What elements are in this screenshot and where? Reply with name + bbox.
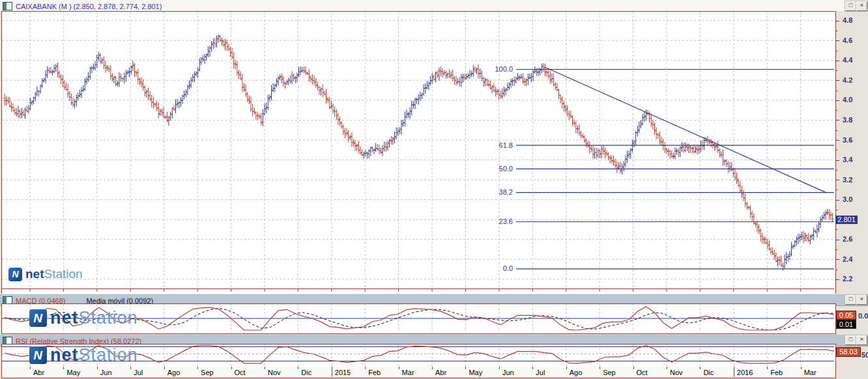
rsi-chart[interactable]: N netStation bbox=[1, 344, 836, 368]
price-axis-tick bbox=[835, 100, 839, 101]
time-axis-label: May bbox=[469, 369, 482, 376]
time-axis-label: 2015 bbox=[335, 369, 351, 376]
time-axis-label: May bbox=[66, 369, 80, 376]
time-axis-label: Jul bbox=[134, 369, 143, 376]
time-axis-label: Oct bbox=[235, 369, 246, 376]
price-axis-label: 2.6 bbox=[843, 235, 852, 243]
fib-level-label: 0.0 bbox=[503, 264, 513, 272]
month-tick bbox=[499, 367, 500, 369]
time-axis-label: Mar bbox=[402, 369, 414, 376]
time-axis-label: Abr bbox=[33, 369, 44, 376]
price-axis-tick bbox=[835, 91, 837, 91]
fib-level-label: 50.0 bbox=[499, 165, 513, 173]
rsi-chart-canvas bbox=[2, 344, 834, 366]
time-axis: AbrMayJunJulAgoSepOctNovDic2015FebMarAbr… bbox=[1, 367, 836, 378]
month-tick bbox=[97, 367, 98, 369]
time-axis-label: Abr bbox=[435, 369, 446, 376]
month-tick bbox=[365, 367, 366, 369]
price-axis-label: 2.4 bbox=[843, 255, 852, 263]
price-axis-tick bbox=[835, 31, 837, 31]
month-tick bbox=[667, 367, 667, 369]
month-tick bbox=[30, 367, 31, 369]
time-axis-label: Dic bbox=[703, 369, 714, 376]
time-axis-label: Nov bbox=[268, 369, 281, 376]
price-grid bbox=[2, 12, 834, 288]
time-axis-label: Dic bbox=[301, 369, 311, 376]
price-axis-label: 4.8 bbox=[843, 16, 852, 24]
price-axis-label: 4.2 bbox=[843, 76, 852, 84]
ohlc-bars-down bbox=[3, 35, 834, 271]
month-tick bbox=[801, 367, 802, 369]
month-tick bbox=[532, 367, 533, 369]
price-axis-tick bbox=[835, 170, 837, 171]
close-button-macd[interactable]: × bbox=[856, 295, 867, 305]
month-tick bbox=[465, 367, 466, 369]
rsi-line bbox=[5, 346, 834, 363]
price-axis-label: 3.6 bbox=[843, 136, 852, 144]
price-axis-tick bbox=[835, 120, 839, 120]
last-price-badge: 2.801 bbox=[835, 216, 858, 224]
price-axis-tick bbox=[835, 240, 839, 240]
price-axis-tick bbox=[835, 61, 839, 61]
year-separator bbox=[734, 367, 734, 377]
price-axis-tick bbox=[835, 190, 837, 190]
rsi-value-badge: 58.03 bbox=[836, 347, 861, 357]
macd-signal-line bbox=[5, 309, 834, 330]
month-tick bbox=[164, 367, 165, 369]
price-axis-tick bbox=[835, 259, 839, 260]
month-tick bbox=[700, 367, 701, 369]
maximize-button-macd[interactable]: □ bbox=[845, 295, 856, 305]
price-chart[interactable]: 100.061.850.038.223.60.0 N netStation bbox=[1, 11, 836, 294]
time-axis-label: Ago bbox=[570, 369, 583, 376]
price-axis-tick bbox=[835, 270, 837, 270]
price-axis-label: 3.4 bbox=[843, 156, 852, 163]
fib-level-label: 61.8 bbox=[499, 141, 513, 149]
time-axis-label: 2016 bbox=[737, 369, 753, 376]
maximize-button-rsi[interactable]: □ bbox=[845, 335, 856, 345]
price-axis-tick bbox=[835, 80, 839, 81]
fib-level-label: 23.6 bbox=[499, 218, 513, 225]
month-tick bbox=[432, 367, 433, 369]
price-axis-tick bbox=[835, 70, 837, 71]
price-axis-label: 4.0 bbox=[843, 96, 852, 104]
price-axis-tick bbox=[835, 229, 837, 230]
month-tick bbox=[197, 367, 198, 369]
fib-level-label: 38.2 bbox=[499, 188, 513, 196]
price-axis-label: 3.8 bbox=[843, 116, 852, 124]
close-button-rsi[interactable]: × bbox=[856, 335, 867, 345]
price-axis-tick bbox=[835, 150, 837, 150]
time-axis-label: Ago bbox=[167, 369, 181, 376]
trendline bbox=[545, 68, 826, 193]
maximize-button-main[interactable]: □ bbox=[845, 1, 856, 11]
price-axis-tick bbox=[835, 180, 839, 180]
main-chart-titlebar[interactable]: CAIXABANK (M ) (2.850, 2.878, 2.774, 2.8… bbox=[0, 0, 868, 11]
price-axis-tick bbox=[835, 110, 837, 111]
time-axis-label: Nov bbox=[670, 369, 683, 376]
price-axis-label: 4.4 bbox=[843, 56, 852, 64]
time-axis-label: Jul bbox=[536, 369, 545, 376]
price-axis-tick bbox=[835, 130, 837, 131]
macd-chart[interactable]: N netStation bbox=[1, 303, 836, 334]
price-axis-tick bbox=[835, 160, 839, 161]
month-tick bbox=[265, 367, 265, 369]
price-axis-tick bbox=[835, 40, 839, 41]
price-axis-tick bbox=[835, 249, 837, 250]
month-tick bbox=[633, 367, 634, 369]
time-axis-label: Jun bbox=[100, 369, 112, 376]
month-tick bbox=[130, 367, 131, 369]
macd-zero-label: 0.0 bbox=[858, 312, 868, 320]
price-axis-tick bbox=[835, 279, 839, 280]
close-button-main[interactable]: × bbox=[856, 1, 867, 11]
month-tick bbox=[231, 367, 232, 369]
time-axis-label: Feb bbox=[368, 369, 381, 376]
macd-signal-badge: 0.01 bbox=[836, 320, 856, 329]
price-axis-label: 4.6 bbox=[843, 36, 852, 44]
fibonacci-retracement: 100.061.850.038.223.60.0 bbox=[495, 65, 834, 272]
time-axis-label: Sep bbox=[201, 369, 214, 376]
month-tick bbox=[63, 367, 64, 369]
netstation-chart-window: CAIXABANK (M ) (2.850, 2.878, 2.774, 2.8… bbox=[0, 0, 868, 379]
month-tick bbox=[399, 367, 399, 369]
price-axis-tick bbox=[835, 140, 839, 141]
time-axis-label: Oct bbox=[637, 369, 648, 376]
month-tick bbox=[566, 367, 567, 369]
